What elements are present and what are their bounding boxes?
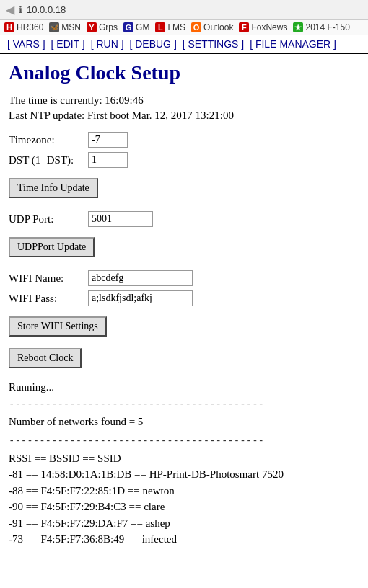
network-list: -81 == 14:58:D0:1A:1B:DB == HP-Print-DB-… — [9, 466, 359, 548]
network-line-2: -90 == F4:5F:F7:29:B4:C3 == clare — [9, 499, 359, 515]
bookmark-gm[interactable]: G GM — [123, 22, 149, 32]
timezone-input[interactable] — [88, 132, 128, 148]
dst-label: DST (1=DST): — [9, 154, 88, 166]
udp-row: UDP Port: — [9, 211, 359, 227]
info-icon: ℹ — [19, 4, 22, 15]
bookmark-f150[interactable]: ★ 2014 F-150 — [293, 22, 349, 32]
udp-section: UDP Port: — [9, 211, 359, 227]
dst-input[interactable] — [88, 152, 128, 168]
nav-vars[interactable]: [ VARS ] — [7, 38, 45, 50]
nav-run[interactable]: [ RUN ] — [91, 38, 124, 50]
network-line-3: -91 == F4:5F:F7:29:DA:F7 == ashep — [9, 515, 359, 532]
network-line-1: -88 == F4:5F:F7:22:85:1D == newton — [9, 483, 359, 499]
back-button[interactable]: ◀ — [6, 3, 14, 17]
udp-port-label: UDP Port: — [9, 213, 88, 226]
main-content: Analog Clock Setup The time is currently… — [0, 54, 368, 555]
bookmark-msn[interactable]: 🦋 MSN — [49, 22, 81, 32]
status-text: Running... — [9, 381, 359, 393]
nav-debug[interactable]: [ DEBUG ] — [129, 38, 176, 50]
wifi-name-label: WIFI Name: — [9, 272, 88, 285]
wifi-name-input[interactable] — [88, 270, 193, 286]
time-current: The time is currently: 16:09:46 — [9, 94, 359, 107]
nav-edit[interactable]: [ EDIT ] — [51, 38, 85, 50]
networks-found: Number of networks found = 5 — [9, 414, 359, 430]
store-wifi-button[interactable]: Store WIFI Settings — [9, 316, 107, 337]
bookmark-foxnews[interactable]: F FoxNews — [239, 22, 287, 32]
nav-file-manager[interactable]: [ FILE MANAGER ] — [250, 38, 336, 50]
wifi-pass-row: WIFI Pass: — [9, 290, 359, 306]
time-current-value: 16:09:46 — [105, 94, 143, 106]
wifi-name-row: WIFI Name: — [9, 270, 359, 286]
udp-port-input[interactable] — [88, 211, 153, 227]
ntp-info: Last NTP update: First boot Mar. 12, 201… — [9, 110, 359, 122]
browser-bar: ◀ ℹ 10.0.0.18 — [0, 0, 368, 20]
bookmarks-bar: H HR360 🦋 MSN Y Grps G GM L LMS O Outloo… — [0, 20, 368, 35]
url-display[interactable]: 10.0.0.18 — [27, 4, 362, 15]
divider-1: ----------------------------------------… — [9, 398, 359, 409]
udp-update-button[interactable]: UDPPort Update — [9, 237, 95, 257]
wifi-pass-input[interactable] — [88, 290, 193, 306]
network-line-0: -81 == 14:58:D0:1A:1B:DB == HP-Print-DB-… — [9, 466, 359, 483]
timezone-section: Timezone: DST (1=DST): — [9, 132, 359, 168]
rssi-header: RSSI == BSSID == SSID — [9, 450, 359, 467]
wifi-pass-label: WIFI Pass: — [9, 293, 88, 305]
page-title: Analog Clock Setup — [9, 61, 359, 84]
divider-2: ----------------------------------------… — [9, 435, 359, 446]
bookmark-lms[interactable]: L LMS — [155, 22, 185, 32]
network-line-4: -73 == F4:5F:F7:36:8B:49 == infected — [9, 531, 359, 548]
timezone-row: Timezone: — [9, 132, 359, 148]
bookmark-hr360[interactable]: H HR360 — [4, 22, 43, 32]
reboot-clock-button[interactable]: Reboot Clock — [9, 348, 82, 368]
nav-settings[interactable]: [ SETTINGS ] — [183, 38, 245, 50]
bookmark-outlook[interactable]: O Outlook — [191, 22, 233, 32]
time-current-label: The time is currently: — [9, 94, 102, 106]
time-update-button[interactable]: Time Info Update — [9, 178, 98, 198]
timezone-label: Timezone: — [9, 134, 88, 146]
bookmark-grps[interactable]: Y Grps — [87, 22, 118, 32]
dst-row: DST (1=DST): — [9, 152, 359, 168]
nav-bar: [ VARS ] [ EDIT ] [ RUN ] [ DEBUG ] [ SE… — [0, 35, 368, 54]
wifi-section: WIFI Name: WIFI Pass: — [9, 270, 359, 306]
